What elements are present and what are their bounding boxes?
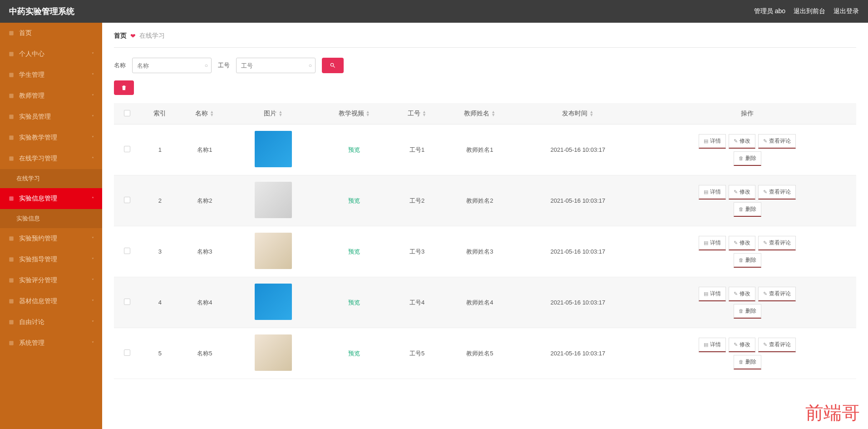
row-checkbox[interactable] <box>124 197 130 203</box>
edit-button[interactable]: ✎修改 <box>729 287 755 301</box>
cell-name: 名称5 <box>179 328 230 379</box>
delete-button[interactable]: 🗑删除 <box>734 151 761 166</box>
edit-icon: ✎ <box>734 291 738 297</box>
admin-link[interactable]: 管理员 abo <box>754 7 785 15</box>
delete-button[interactable]: 🗑删除 <box>734 202 761 217</box>
comments-button[interactable]: ✎查看评论 <box>758 287 796 301</box>
detail-button[interactable]: ▤详情 <box>699 338 726 352</box>
thumbnail-image[interactable] <box>255 284 292 320</box>
cell-publish: 2021-05-16 10:03:17 <box>518 277 639 328</box>
header: 中药实验管理系统 管理员 abo 退出到前台 退出登录 <box>0 0 868 23</box>
header-right: 管理员 abo 退出到前台 退出登录 <box>754 7 859 15</box>
svg-rect-6 <box>9 156 13 160</box>
search-bar: 名称 ○ 工号 ○ <box>114 58 856 73</box>
breadcrumb-home[interactable]: 首页 <box>114 32 127 40</box>
thumbnail-image[interactable] <box>255 182 292 218</box>
sidebar-item-2[interactable]: 学生管理˅ <box>0 65 102 85</box>
cell-image <box>230 277 316 328</box>
detail-button[interactable]: ▤详情 <box>699 287 726 301</box>
sidebar-item-13[interactable]: 系统管理˅ <box>0 333 102 354</box>
detail-button[interactable]: ▤详情 <box>699 134 726 149</box>
clock-icon <box>8 277 15 284</box>
sidebar-item-label: 系统管理 <box>19 339 44 347</box>
sidebar-item-1[interactable]: 个人中心˅ <box>0 44 102 65</box>
sidebar-subitem[interactable]: 在线学习 <box>0 169 102 188</box>
row-checkbox[interactable] <box>124 299 130 305</box>
logout-link[interactable]: 退出登录 <box>833 7 859 15</box>
sidebar-item-10[interactable]: 实验评分管理˅ <box>0 270 102 291</box>
preview-link[interactable]: 预览 <box>348 248 360 255</box>
sidebar-item-8[interactable]: 实验预约管理˅ <box>0 228 102 249</box>
preview-link[interactable]: 预览 <box>348 350 360 357</box>
cell-index: 4 <box>141 277 180 328</box>
comments-button[interactable]: ✎查看评论 <box>758 338 796 352</box>
detail-button[interactable]: ▤详情 <box>699 185 726 200</box>
sidebar-item-5[interactable]: 实验教学管理˅ <box>0 127 102 148</box>
row-checkbox[interactable] <box>124 349 130 356</box>
cell-teacher: 教师姓名3 <box>442 226 518 277</box>
trash-icon: 🗑 <box>739 359 744 364</box>
row-checkbox[interactable] <box>124 248 130 254</box>
svg-rect-2 <box>9 73 13 77</box>
chevron-down-icon: ˅ <box>92 320 94 325</box>
chevron-up-icon: ˄ <box>92 156 94 161</box>
sidebar-item-0[interactable]: 首页 <box>0 23 102 44</box>
chevron-down-icon: ˅ <box>92 52 94 57</box>
select-all-checkbox[interactable] <box>124 110 130 116</box>
sidebar-item-label: 器材信息管理 <box>19 297 57 305</box>
sidebar-item-3[interactable]: 教师管理˅ <box>0 85 102 106</box>
comments-button[interactable]: ✎查看评论 <box>758 185 796 200</box>
svg-rect-11 <box>9 299 13 303</box>
search-id-input[interactable] <box>236 58 316 73</box>
thumbnail-image[interactable] <box>255 334 292 371</box>
comments-button[interactable]: ✎查看评论 <box>758 134 796 149</box>
comments-button[interactable]: ✎查看评论 <box>758 236 796 250</box>
edit-button[interactable]: ✎修改 <box>729 236 755 250</box>
row-checkbox[interactable] <box>124 146 130 152</box>
cell-workid: 工号5 <box>392 328 442 379</box>
sidebar-item-9[interactable]: 实验指导管理˅ <box>0 249 102 270</box>
svg-rect-13 <box>9 341 13 345</box>
bulk-delete-button[interactable] <box>114 80 134 95</box>
col-publish[interactable]: 发布时间 <box>518 103 639 125</box>
sidebar-item-12[interactable]: 自由讨论˅ <box>0 312 102 333</box>
edit-button[interactable]: ✎修改 <box>729 134 755 149</box>
chart-icon <box>8 114 15 120</box>
breadcrumb-current: 在线学习 <box>139 32 165 40</box>
chevron-down-icon: ˅ <box>92 257 94 262</box>
logout-front-link[interactable]: 退出到前台 <box>794 7 825 15</box>
delete-button[interactable]: 🗑删除 <box>734 304 761 319</box>
preview-link[interactable]: 预览 <box>348 197 360 204</box>
thumbnail-image[interactable] <box>255 131 292 167</box>
edit-button[interactable]: ✎修改 <box>729 338 755 352</box>
sidebar-item-label: 实验员管理 <box>19 113 51 121</box>
chevron-up-icon: ˄ <box>92 196 94 201</box>
col-name[interactable]: 名称 <box>179 103 230 125</box>
detail-button[interactable]: ▤详情 <box>699 236 726 250</box>
cell-workid: 工号1 <box>392 125 442 175</box>
delete-button[interactable]: 🗑删除 <box>734 253 761 268</box>
preview-link[interactable]: 预览 <box>348 299 360 306</box>
edit-button[interactable]: ✎修改 <box>729 185 755 200</box>
sidebar-subitem[interactable]: 实验信息 <box>0 209 102 228</box>
delete-button[interactable]: 🗑删除 <box>734 355 761 369</box>
col-index[interactable]: 索引 <box>141 103 180 125</box>
cell-index: 3 <box>141 226 180 277</box>
search-button[interactable] <box>322 58 344 73</box>
table-row: 4 名称4 预览 工号4 教师姓名4 2021-05-16 10:03:17 ▤… <box>114 277 856 328</box>
sidebar-item-7[interactable]: 实验信息管理˄ <box>0 188 102 209</box>
col-workid[interactable]: 工号 <box>392 103 442 125</box>
col-teacher[interactable]: 教师姓名 <box>442 103 518 125</box>
thumbnail-image[interactable] <box>255 233 292 269</box>
col-image[interactable]: 图片 <box>230 103 316 125</box>
table-row: 5 名称5 预览 工号5 教师姓名5 2021-05-16 10:03:17 ▤… <box>114 328 856 379</box>
sidebar-item-label: 实验指导管理 <box>19 255 57 264</box>
sidebar-item-4[interactable]: 实验员管理˅ <box>0 106 102 127</box>
search-name-input[interactable] <box>132 58 212 73</box>
comment-icon: ✎ <box>763 138 767 144</box>
sidebar-item-6[interactable]: 在线学习管理˄ <box>0 148 102 169</box>
preview-link[interactable]: 预览 <box>348 146 360 153</box>
col-video[interactable]: 教学视频 <box>316 103 392 125</box>
sidebar-item-11[interactable]: 器材信息管理˅ <box>0 291 102 312</box>
menu-icon <box>8 340 15 346</box>
